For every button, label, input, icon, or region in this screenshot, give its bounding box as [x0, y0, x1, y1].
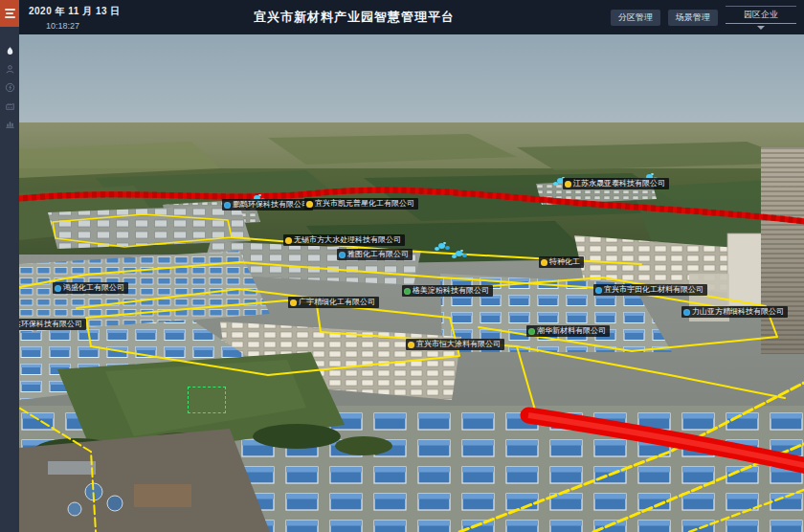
company-label-text: 鹏鹞环保科技有限公司	[233, 199, 309, 211]
company-marker-icon	[408, 342, 414, 348]
gauge-icon[interactable]	[0, 78, 19, 97]
company-marker-icon	[565, 181, 571, 188]
hamburger-menu-icon[interactable]	[0, 0, 19, 27]
company-label-text: 潮华新材料有限公司	[537, 325, 606, 337]
fire-icon[interactable]	[0, 42, 19, 60]
cyan-map-marker[interactable]	[456, 251, 462, 256]
company-label[interactable]: 格美淀粉科技有限公司	[402, 285, 493, 297]
park-enterprise-dropdown-label: 园区企业	[726, 7, 796, 24]
company-marker-icon	[595, 287, 602, 294]
company-label-text: 鸿盛化工有限公司	[63, 282, 124, 294]
company-marker-icon	[290, 299, 297, 306]
chevron-down-icon	[757, 26, 765, 30]
company-label[interactable]: 宜兴市恒大涂料有限公司	[406, 339, 504, 350]
company-label[interactable]: 雅图化工有限公司	[337, 249, 413, 260]
company-label[interactable]: 宜兴市宇田化工材料有限公司	[593, 284, 707, 296]
app-window: 2020 年 11 月 13 日 10:18:27 宜兴市新材料产业园智慧管理平…	[0, 0, 804, 532]
person-icon[interactable]	[0, 60, 19, 78]
company-marker-icon	[306, 201, 313, 208]
company-label[interactable]: 潮华新材料有限公司	[526, 325, 610, 337]
company-label[interactable]: 无锡市方大水处理科技有限公司	[283, 234, 405, 246]
map-viewport[interactable]: 鹏鹞环保科技有限公司宜兴市凯元普星化工有限公司无锡市方大水处理科技有限公司雅图化…	[19, 34, 804, 532]
company-label-text: 力山亚方精细科技有限公司	[692, 306, 784, 318]
company-label[interactable]: 宜兴市凯元普星化工有限公司	[304, 198, 418, 210]
company-label[interactable]: 特种化工	[539, 256, 584, 268]
company-marker-icon	[224, 202, 231, 209]
datetime-display: 2020 年 11 月 13 日 10:18:27	[29, 5, 134, 31]
company-label-text: 广宇精细化工有限公司	[299, 297, 375, 308]
bar-chart-icon[interactable]	[0, 115, 19, 133]
company-marker-icon	[541, 259, 547, 266]
map-label-layer: 鹏鹞环保科技有限公司宜兴市凯元普星化工有限公司无锡市方大水处理科技有限公司雅图化…	[19, 34, 804, 532]
factory-icon[interactable]	[0, 97, 19, 115]
company-label[interactable]: 力山亚方精细科技有限公司	[681, 306, 788, 318]
time-text: 10:18:27	[46, 21, 134, 31]
selection-box[interactable]	[188, 387, 226, 413]
company-marker-icon	[528, 328, 535, 335]
company-label[interactable]: 鸿盛化工有限公司	[53, 282, 128, 294]
company-label-text: 无锡市方大水处理科技有限公司	[294, 234, 401, 246]
company-label-text: 格美淀粉科技有限公司	[413, 285, 489, 297]
company-label[interactable]: 鹏鹞环保科技有限公司	[222, 199, 313, 211]
company-label-text: 宜兴市恒大涂料有限公司	[416, 339, 501, 350]
sidebar	[0, 0, 19, 532]
date-text: 2020 年 11 月 13 日	[29, 5, 134, 18]
top-header: 2020 年 11 月 13 日 10:18:27 宜兴市新材料产业园智慧管理平…	[19, 0, 804, 34]
company-label[interactable]: 江苏永晟亚泰科技有限公司	[563, 178, 669, 189]
company-label-text: 特种化工	[549, 256, 580, 268]
company-label[interactable]: 兴达环保科技有限公司	[19, 319, 86, 330]
park-enterprise-dropdown[interactable]: 园区企业	[726, 6, 796, 30]
company-label-text: 雅图化工有限公司	[347, 249, 409, 260]
company-marker-icon	[285, 237, 292, 244]
company-marker-icon	[339, 252, 346, 258]
zone-management-button[interactable]: 分区管理	[611, 10, 660, 26]
company-label-text: 兴达环保科技有限公司	[19, 319, 82, 330]
scene-management-button[interactable]: 场景管理	[668, 10, 718, 26]
company-label[interactable]: 广宇精细化工有限公司	[288, 297, 379, 308]
company-label-text: 江苏永晟亚泰科技有限公司	[573, 178, 665, 189]
company-marker-icon	[404, 288, 411, 295]
company-label-text: 宜兴市宇田化工材料有限公司	[604, 284, 704, 296]
company-marker-icon	[683, 309, 690, 316]
company-label-text: 宜兴市凯元普星化工有限公司	[315, 198, 414, 210]
company-marker-icon	[55, 285, 61, 292]
cyan-map-marker[interactable]	[438, 243, 445, 249]
